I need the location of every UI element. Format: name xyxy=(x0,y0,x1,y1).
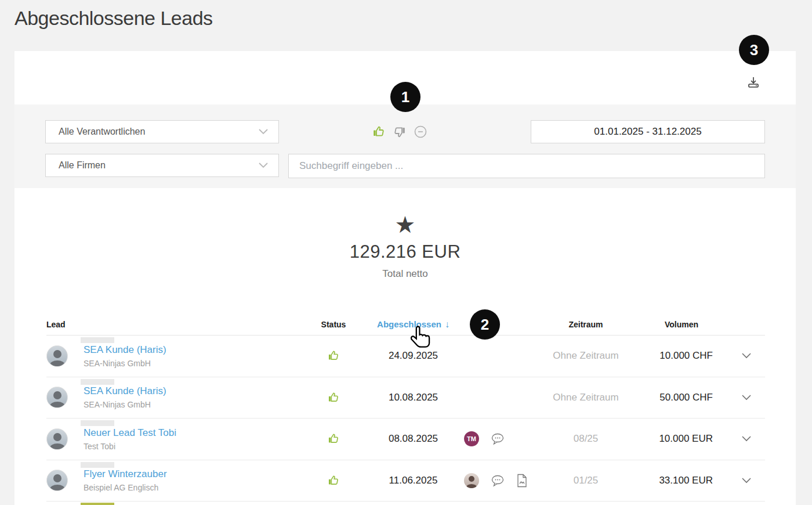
lead-name-link[interactable]: Flyer Winterzauber xyxy=(84,468,167,480)
lead-avatar xyxy=(46,345,68,367)
row-expand-chevron[interactable] xyxy=(728,478,765,484)
header-status: Status xyxy=(304,320,362,329)
table-row-partial xyxy=(46,502,765,505)
lead-company: SEA-Ninjas GmbH xyxy=(84,359,166,368)
lead-avatar xyxy=(46,387,68,408)
row-expand-chevron[interactable] xyxy=(728,436,765,442)
filter-band: Alle Verantwortlichen Alle Firmen xyxy=(14,104,796,188)
lead-company: Beispiel AG Englisch xyxy=(84,483,167,492)
sort-desc-arrow-icon: ↓ xyxy=(445,319,449,330)
annotation-badge-1: 1 xyxy=(390,82,420,112)
date-range-field[interactable] xyxy=(531,120,765,143)
chevron-down-icon xyxy=(742,395,751,401)
page-title: Abgeschlossene Leads xyxy=(14,7,213,30)
assignee-initials-badge[interactable]: TM xyxy=(464,431,479,446)
zeitraum-value: 08/25 xyxy=(536,433,635,445)
table-row: Neuer Lead Test Tobi Test Tobi 08.08.202… xyxy=(46,419,765,460)
volumen-value: 10.000 CHF xyxy=(635,350,728,362)
leads-table: Lead Status Abgeschlossen ↓ Zeitraum Vol… xyxy=(46,313,765,505)
lead-name-link[interactable]: SEA Kunde (Haris) xyxy=(84,385,166,397)
company-dropdown-label: Alle Firmen xyxy=(59,160,106,171)
chevron-down-icon xyxy=(259,163,268,168)
total-amount: 129.216 EUR xyxy=(14,241,796,262)
closed-date: 24.09.2025 xyxy=(362,350,464,362)
chevron-down-icon xyxy=(259,129,268,135)
table-row: SEA Kunde (Haris) SEA-Ninjas GmbH 24.09.… xyxy=(46,336,765,377)
leads-card: Alle Verantwortlichen Alle Firmen xyxy=(14,51,796,505)
chevron-down-icon xyxy=(742,353,751,359)
minus-circle-filter-icon[interactable] xyxy=(413,124,428,139)
comment-icon[interactable] xyxy=(491,474,505,487)
comment-icon[interactable] xyxy=(491,432,505,445)
table-header-row: Lead Status Abgeschlossen ↓ Zeitraum Vol… xyxy=(46,313,765,336)
lead-avatar xyxy=(46,470,68,491)
thumbs-down-filter-icon[interactable] xyxy=(392,124,407,139)
chevron-down-icon xyxy=(742,436,751,442)
volumen-value: 50.000 CHF xyxy=(635,392,728,403)
thumbs-up-status-icon xyxy=(327,391,340,404)
responsible-dropdown-label: Alle Verantwortlichen xyxy=(59,127,145,137)
header-lead: Lead xyxy=(46,313,304,335)
lead-name-link[interactable]: Neuer Lead Test Tobi xyxy=(84,427,176,439)
lead-avatar xyxy=(46,428,68,450)
assignee-avatar[interactable] xyxy=(464,473,479,488)
thumbs-up-status-icon xyxy=(327,432,340,445)
header-volumen: Volumen xyxy=(635,320,728,329)
thumbs-up-status-icon xyxy=(327,474,340,487)
search-input[interactable] xyxy=(288,154,765,178)
summary-section: ★ 129.216 EUR Total netto xyxy=(14,188,796,280)
closed-date: 08.08.2025 xyxy=(362,433,464,445)
responsible-dropdown[interactable]: Alle Verantwortlichen xyxy=(45,120,279,143)
closed-date: 10.08.2025 xyxy=(362,392,464,403)
lead-name-link[interactable]: SEA Kunde (Haris) xyxy=(84,344,166,356)
thumbs-up-status-icon xyxy=(327,349,340,362)
table-row: Flyer Winterzauber Beispiel AG Englisch … xyxy=(46,460,765,502)
status-filter-group xyxy=(371,121,447,143)
hand-cursor-icon xyxy=(411,325,433,352)
annotation-badge-2: 2 xyxy=(470,309,500,340)
download-icon[interactable] xyxy=(746,74,761,89)
thumbs-up-filter-icon[interactable] xyxy=(371,124,386,139)
lead-company: SEA-Ninjas GmbH xyxy=(84,400,166,409)
table-row: SEA Kunde (Haris) SEA-Ninjas GmbH 10.08.… xyxy=(46,377,765,419)
lead-tag-bar-olive xyxy=(81,503,114,505)
document-icon[interactable] xyxy=(516,474,528,488)
row-expand-chevron[interactable] xyxy=(728,395,765,401)
zeitraum-value: 01/25 xyxy=(536,475,635,486)
header-zeitraum: Zeitraum xyxy=(536,320,635,329)
volumen-value: 10.000 EUR xyxy=(635,433,728,445)
chevron-down-icon xyxy=(742,478,751,484)
closed-date: 11.06.2025 xyxy=(362,475,464,486)
volumen-value: 33.100 EUR xyxy=(635,475,728,486)
zeitraum-value: Ohne Zeitraum xyxy=(536,350,635,362)
zeitraum-value: Ohne Zeitraum xyxy=(536,392,635,403)
annotation-badge-3: 3 xyxy=(739,35,769,65)
lead-company: Test Tobi xyxy=(84,442,176,451)
total-label: Total netto xyxy=(14,268,796,280)
star-icon: ★ xyxy=(14,215,796,235)
row-expand-chevron[interactable] xyxy=(728,353,765,359)
company-dropdown[interactable]: Alle Firmen xyxy=(45,154,279,177)
